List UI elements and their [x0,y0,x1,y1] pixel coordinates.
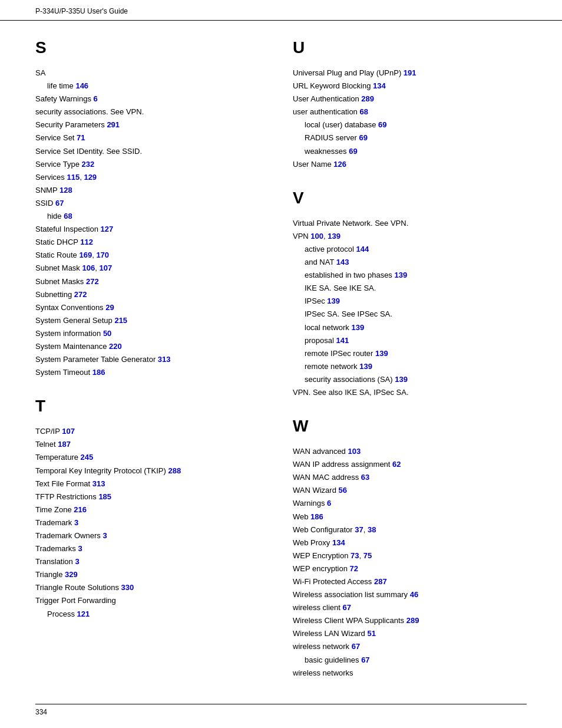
index-entry: Services 115, 129 [35,171,269,184]
entry-text: weaknesses [305,147,349,156]
entry-text: Wireless LAN Wizard [293,629,367,638]
page-link[interactable]: 313 [92,479,105,488]
page-link[interactable]: 144 [356,245,369,253]
page-link[interactable]: 69 [359,133,367,142]
page-link[interactable]: 287 [374,577,387,586]
page-link[interactable]: 71 [77,133,85,142]
page-link[interactable]: 141 [336,336,349,345]
page-link[interactable]: 139 [327,297,340,305]
page-link[interactable]: 103 [348,447,361,456]
entry-text: System information [35,329,103,338]
page-link[interactable]: 139 [328,232,340,241]
page-link[interactable]: 107 [99,263,112,272]
page-link[interactable]: 129 [84,173,97,182]
page-link[interactable]: 67 [343,603,351,612]
page-link[interactable]: 128 [59,186,72,195]
page-link[interactable]: 38 [368,525,376,534]
index-entry: local (user) database 69 [293,118,527,131]
page-link[interactable]: 50 [103,329,111,338]
index-entry: TFTP Restrictions 185 [35,490,269,503]
page-link[interactable]: 69 [378,120,386,129]
page-link[interactable]: 67 [361,655,369,664]
page-link[interactable]: 139 [395,375,408,384]
page-link[interactable]: 6 [94,94,98,103]
entry-text: security associations (SA) [305,375,395,384]
page-link[interactable]: 185 [98,492,111,501]
page-link[interactable]: 72 [350,564,358,573]
page-link[interactable]: 63 [361,473,369,482]
page-link[interactable]: 245 [81,453,94,462]
page-link[interactable]: 67 [55,199,64,207]
page-link[interactable]: 121 [77,610,90,618]
page-link[interactable]: 220 [109,342,122,351]
page-link[interactable]: 139 [375,349,388,358]
page-link[interactable]: 68 [359,107,368,116]
page-link[interactable]: 62 [392,460,401,469]
section-letter: U [293,38,527,57]
page-link[interactable]: 291 [107,120,120,129]
page-link[interactable]: 3 [103,531,107,540]
entry-text: Trademarks [35,544,78,553]
entry-text: Subnet Masks [35,277,86,286]
page-link[interactable]: 67 [352,642,360,651]
page-link[interactable]: 139 [394,271,407,279]
page-link[interactable]: 139 [351,323,364,332]
index-entry: Security Parameters 291 [35,118,269,131]
index-entry: user authentication 68 [293,106,527,118]
page-link[interactable]: 186 [92,368,105,377]
page-link[interactable]: 100 [310,232,323,241]
index-entry: Safety Warnings 6 [35,93,269,106]
page-link[interactable]: 191 [404,68,416,77]
page-link[interactable]: 127 [101,225,114,233]
page-link[interactable]: 68 [64,212,72,220]
entry-text: Translation [35,557,75,566]
page-link[interactable]: 134 [373,81,386,90]
page-link[interactable]: 134 [332,538,345,547]
page-link[interactable]: 51 [367,629,375,638]
index-entry: remote IPSec router 139 [293,347,527,360]
entry-text: Static DHCP [35,238,80,246]
page-link[interactable]: 215 [114,316,127,325]
page-link[interactable]: 112 [80,238,93,246]
section-letter: W [293,417,527,436]
index-entry: Text File Format 313 [35,477,269,490]
page-link[interactable]: 6 [327,499,331,508]
page-link[interactable]: 313 [158,355,171,364]
page-link[interactable]: 187 [58,440,71,449]
page-link[interactable]: 289 [406,616,419,625]
entry-text: TFTP Restrictions [35,492,98,501]
page-link[interactable]: 3 [75,557,79,566]
page-link[interactable]: 37 [355,525,363,534]
index-entry: WEP Encryption 73, 75 [293,549,527,562]
page-link[interactable]: 115 [67,173,80,182]
page-link[interactable]: 73 [351,551,359,560]
page-link[interactable]: 29 [105,303,114,312]
page-link[interactable]: 216 [74,505,87,514]
page-link[interactable]: 75 [363,551,372,560]
page-link[interactable]: 3 [74,518,78,527]
page-link[interactable]: 330 [121,583,134,592]
page-link[interactable]: 146 [75,81,88,90]
entry-text: security associations. See VPN. [35,107,144,116]
page-link[interactable]: 126 [333,160,346,169]
page-link[interactable]: 288 [168,466,181,475]
page-link[interactable]: 106 [82,263,95,272]
entry-text: IPSec SA. See IPSec SA. [305,309,392,318]
page-link[interactable]: 272 [74,290,87,299]
page-link[interactable]: 46 [410,590,418,599]
page-link[interactable]: 169 [79,251,92,259]
page-link[interactable]: 232 [82,160,95,169]
page-link[interactable]: 329 [65,570,78,579]
page-link[interactable]: 107 [62,427,75,436]
page-link[interactable]: 186 [310,512,323,521]
page-link[interactable]: 69 [349,147,357,156]
index-entry: basic guidelines 67 [293,654,527,667]
page-link[interactable]: 139 [359,362,372,371]
page-link[interactable]: 56 [339,486,347,495]
index-entry: User Authentication 289 [293,93,527,106]
page-link[interactable]: 289 [361,94,374,103]
page-link[interactable]: 272 [86,277,99,286]
page-link[interactable]: 143 [336,258,349,266]
page-link[interactable]: 3 [78,544,82,553]
page-link[interactable]: 170 [96,251,109,259]
